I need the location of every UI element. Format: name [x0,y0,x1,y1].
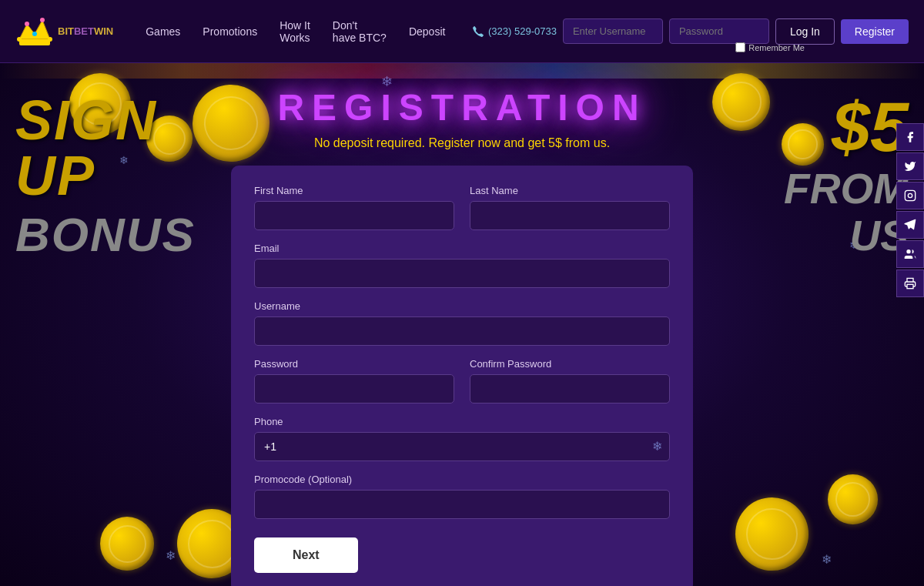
nav-dont-have-btc[interactable]: Don't have BTC? [323,13,396,50]
main-content: REGISTRATION No deposit required. Regist… [0,63,924,586]
phone-icon [472,25,484,38]
svg-point-2 [25,22,29,26]
svg-marker-0 [19,20,50,39]
phone-button[interactable]: (323) 529-0733 [472,25,557,38]
register-button[interactable]: Register [841,19,909,44]
password-field[interactable] [254,374,454,404]
next-button[interactable]: Next [254,537,358,573]
confirm-password-group: Confirm Password [470,358,670,404]
telegram-button[interactable] [896,211,924,239]
instagram-icon [904,189,916,202]
email-input[interactable] [254,259,670,288]
first-name-group: First Name [254,185,454,230]
nav-right: (323) 529-0733 Log In Register [472,18,909,45]
twitter-button[interactable] [896,152,924,180]
svg-point-5 [17,37,22,42]
social-sidebar [896,123,924,297]
svg-point-6 [48,37,52,42]
login-button[interactable]: Log In [775,18,835,45]
promocode-label: Promocode (Optional) [254,474,670,485]
logo-text: BITBETWIN [58,25,113,38]
logo[interactable]: BITBETWIN [15,12,113,51]
username-field[interactable] [254,316,670,346]
phone-row: Phone ❄ [254,416,670,461]
username-input[interactable] [563,18,663,44]
svg-rect-7 [905,190,915,200]
svg-point-8 [908,193,912,197]
first-name-input[interactable] [254,201,454,230]
password-row: Password Confirm Password [254,358,670,404]
username-label: Username [254,300,670,312]
logo-crown-icon [15,12,54,51]
svg-point-4 [40,18,45,22]
group-button[interactable] [896,240,924,268]
last-name-group: Last Name [470,185,670,230]
username-row: Username [254,300,670,346]
remember-me-container: Remember Me [735,42,805,52]
confirm-password-label: Confirm Password [470,358,670,370]
twitter-icon [904,160,916,172]
nav-games[interactable]: Games [136,19,189,44]
svg-rect-1 [19,39,50,45]
facebook-button[interactable] [896,123,924,151]
phone-group: Phone [254,416,670,461]
nav-links: Games Promotions How It Works Don't have… [136,13,472,50]
promocode-row: Promocode (Optional) [254,474,670,519]
page-title: REGISTRATION [277,86,646,129]
svg-rect-11 [907,284,913,288]
password-input[interactable] [669,18,769,44]
registration-form: First Name Last Name Email Username Pass… [231,166,693,586]
name-row: First Name Last Name [254,185,670,230]
promocode-input[interactable] [254,490,670,519]
password-group: Password [254,358,454,404]
first-name-label: First Name [254,185,454,196]
remember-me-checkbox[interactable] [735,42,745,52]
password-label: Password [254,358,454,370]
remember-me-label: Remember Me [748,43,805,52]
promocode-group: Promocode (Optional) [254,474,670,519]
last-name-input[interactable] [470,201,670,230]
facebook-icon [904,131,916,143]
phone-label: Phone [254,416,670,427]
instagram-button[interactable] [896,182,924,209]
print-button[interactable] [896,270,924,297]
email-row: Email [254,243,670,288]
subtitle: No deposit required. Register now and ge… [314,136,610,150]
svg-point-3 [32,32,37,36]
phone-input[interactable] [254,432,670,461]
snowflake-form: ❄ [652,439,662,454]
group-icon [904,248,916,260]
nav-promotions[interactable]: Promotions [193,19,266,44]
last-name-label: Last Name [470,185,670,196]
svg-point-10 [906,249,910,253]
confirm-password-field[interactable] [470,374,670,404]
nav-how-it-works[interactable]: How It Works [270,13,320,50]
nav-deposit[interactable]: Deposit [400,19,454,44]
email-group: Email [254,243,670,288]
navbar: BITBETWIN Games Promotions How It Works … [0,0,924,63]
print-icon [904,277,916,290]
username-group: Username [254,300,670,346]
telegram-icon [904,219,916,231]
email-label: Email [254,243,670,254]
